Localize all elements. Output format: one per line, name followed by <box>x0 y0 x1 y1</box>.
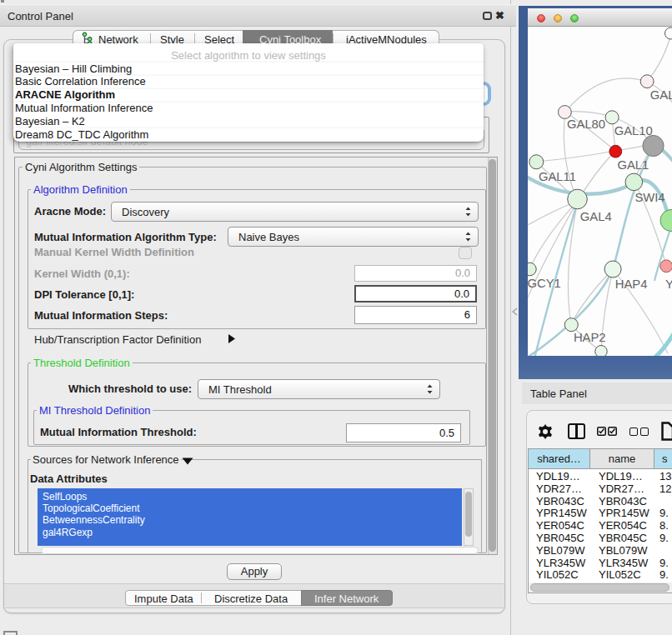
svg-text:HAP4: HAP4 <box>615 278 648 291</box>
svg-text:GAL11: GAL11 <box>539 170 576 183</box>
svg-text:SWI4: SWI4 <box>634 191 664 204</box>
svg-text:GAL1: GAL1 <box>617 158 649 172</box>
svg-text:GAL10: GAL10 <box>614 124 653 138</box>
svg-text:GCY1: GCY1 <box>528 277 561 290</box>
svg-text:GAL7: GAL7 <box>650 88 672 102</box>
svg-text:GAL4: GAL4 <box>580 210 612 223</box>
svg-text:GAL80: GAL80 <box>567 118 605 131</box>
svg-text:HAP2: HAP2 <box>574 331 606 344</box>
svg-text:Y: Y <box>665 278 672 291</box>
